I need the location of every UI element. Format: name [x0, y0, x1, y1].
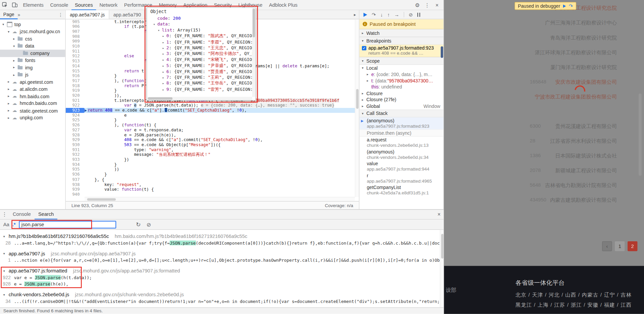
pagination-prev-button[interactable]: ‹ — [602, 241, 612, 251]
section-breakpoints[interactable]: ▾ Breakpoints — [359, 37, 443, 45]
file-tree-item-api.geetest.com[interactable]: ▸api.geetest.com — [0, 78, 65, 85]
page-scrollbar-thumb[interactable] — [639, 93, 642, 176]
callstack-frame[interactable]: getCompanyListchunk-42e5da7a.e8df31d5.js… — [359, 184, 443, 196]
close-drawer-icon[interactable]: × — [434, 211, 444, 217]
company-name-link[interactable]: 日本国际建筑设计株式会社 — [555, 153, 617, 159]
line-number[interactable]: 934 — [66, 162, 85, 167]
editor-vertical-scrollbar[interactable] — [355, 19, 359, 197]
file-tree-item-js[interactable]: ▸js — [0, 71, 65, 78]
company-name-link[interactable]: 吉林省电力勘测设计院有限公司 — [545, 183, 617, 188]
file-tree-item-company[interactable]: company — [0, 50, 65, 57]
drawer-menu-icon[interactable]: ⋮ — [0, 211, 9, 217]
step-out-icon[interactable]: ↑ — [387, 12, 390, 17]
line-number[interactable]: 920 — [66, 93, 85, 98]
clear-search-icon[interactable]: ⊘ — [147, 222, 151, 228]
company-name-link[interactable]: 湛江环球海洋工程勘察设计有限公司 — [535, 50, 617, 55]
badge-resume-icon[interactable] — [563, 4, 566, 8]
search-result-file[interactable]: ▾app.ae5a7907.js:formattedjzsc.mohurd.go… — [0, 267, 440, 274]
company-name-link[interactable]: 宁波市政工程建设集团股份有限公司 — [535, 94, 617, 100]
expander-icon[interactable]: ▾ — [158, 28, 162, 33]
search-result-file[interactable]: ▾chunk-vendors.2ebe6e0d.jsjzsc.mohurd.go… — [0, 291, 440, 298]
line-number[interactable]: 926 — [66, 123, 85, 128]
callstack-frame[interactable]: a.requestchunk-vendors.2ebe6e0d.js:13 — [359, 136, 443, 148]
line-number[interactable]: 928 — [66, 133, 85, 138]
line-number[interactable]: 919 — [66, 88, 85, 93]
expander-icon[interactable]: ▾ — [362, 66, 366, 70]
navigator-menu-icon[interactable]: ⋮ — [58, 12, 65, 17]
scrollbar-thumb[interactable] — [148, 97, 172, 100]
file-tree-item-img[interactable]: ▸img — [0, 64, 65, 71]
devtools-tab-adblock-plus[interactable]: Adblock Plus — [266, 0, 301, 10]
file-tree-item-at.alicdn.com[interactable]: ▸at.alicdn.com — [0, 85, 65, 92]
expander-icon[interactable]: ▸ — [8, 80, 12, 84]
footer-province-links-1[interactable]: 北京 / 天津 / 河北 / 山西 / 内蒙古 / 辽宁 / 吉林 — [516, 292, 632, 299]
scope-row-Closure (27fe)[interactable]: ▸Closure (27fe) — [359, 97, 443, 103]
file-tree-item-hm.baidu.com[interactable]: ▸hm.baidu.com — [0, 93, 65, 100]
drawer-tab-console[interactable]: Console — [9, 209, 35, 219]
expander-icon[interactable]: ▸ — [8, 102, 12, 105]
expander-icon[interactable]: ▸ — [367, 79, 371, 82]
file-tree-item-jzsc.mohurd.gov.cn[interactable]: ▾jzsc.mohurd.gov.cn — [0, 28, 65, 35]
callstack-frame[interactable]: rapp.ae5a7907.js:formatted:4965 — [359, 172, 443, 184]
expander-icon[interactable]: ▸ — [162, 40, 166, 45]
popup-vertical-scrollbar[interactable] — [252, 8, 256, 97]
editor-horizontal-scrollbar[interactable] — [85, 197, 355, 201]
file-tree-item-fonts[interactable]: ▸fonts — [0, 57, 65, 64]
expander-icon[interactable]: ▾ — [153, 22, 157, 27]
line-number[interactable]: 938 — [66, 182, 85, 187]
step-over-icon[interactable]: ↷ — [372, 12, 376, 17]
expander-icon[interactable]: ▾ — [2, 23, 7, 26]
devtools-tab-sources[interactable]: Sources — [71, 0, 96, 10]
company-name-link[interactable]: 广州三海海洋工程勘察设计中心 — [545, 20, 617, 26]
scope-row-t[interactable]: ▸t: {data: "95780ba09437300… — [359, 77, 443, 84]
expander-icon[interactable]: ▸ — [162, 57, 166, 62]
scope-row-Local[interactable]: ▾Local — [359, 65, 443, 71]
breakpoint-entry[interactable]: ✓ app.ae5a7907.js:formatted:923 return 4… — [359, 45, 443, 57]
pause-on-exceptions-icon[interactable] — [417, 12, 420, 16]
inspect-icon[interactable] — [0, 0, 10, 9]
scope-row-e[interactable]: ▸e: {code: 200, data: {…}, m… — [359, 71, 443, 77]
object-property-row[interactable]: ▸1: {QY_FR_NAME: "李霞", QY_REGION: " — [147, 39, 255, 45]
expander-icon[interactable]: ▸ — [13, 66, 17, 69]
drawer-tab-search[interactable]: Search — [35, 209, 58, 219]
search-result-line[interactable]: 34...(if(!r.canUseDOM||!t&&!("addEventLi… — [0, 298, 440, 305]
scope-row-this[interactable]: this: undefined — [359, 84, 443, 90]
object-property-row[interactable]: ▸4: {QY_FR_NAME: "宋晓飞", QY_REGION: — [147, 57, 255, 63]
pagination-page-2[interactable]: 2 — [628, 241, 637, 251]
line-number[interactable]: 910 — [66, 44, 85, 49]
line-number[interactable]: 937 — [66, 177, 85, 182]
line-number[interactable]: 907 — [66, 29, 85, 34]
callstack-frame[interactable]: valueapp.ae5a7907.js:formatted:944 — [359, 160, 443, 172]
drawer-scrollbar[interactable] — [440, 230, 444, 307]
scrollbar-thumb[interactable] — [87, 198, 116, 200]
file-tree-item-hmcdn.baidu.com[interactable]: ▸hmcdn.baidu.com — [0, 100, 65, 107]
object-property-row[interactable]: ▾data: — [147, 21, 255, 27]
company-name-link[interactable]: 江苏省苏州水利设计有限公司 — [550, 138, 617, 144]
editor-tab-app.ae5a790[interactable]: app.ae5a790 — [109, 10, 145, 19]
object-property-row[interactable]: ▸7: {QY_FR_NAME: "王莉", QY_REGION: " — [147, 74, 255, 80]
refresh-search-icon[interactable]: ↻ — [136, 221, 141, 228]
expander-icon[interactable]: ▸ — [8, 95, 12, 98]
line-number[interactable]: 906 — [66, 24, 85, 29]
step-icon[interactable]: → — [394, 12, 399, 17]
expander-icon[interactable]: ▸ — [162, 51, 166, 56]
line-number[interactable]: 925 — [66, 118, 85, 123]
more-navigator-tabs-icon[interactable]: » — [17, 12, 20, 17]
file-tree-item-static.geetest.com[interactable]: ▸static.geetest.com — [0, 107, 65, 114]
expander-icon[interactable]: ▸ — [367, 72, 371, 76]
line-number[interactable]: 921 — [66, 98, 85, 103]
search-result-line[interactable]: 928e = JSON.parse(h(e)), — [0, 281, 440, 288]
badge-step-icon[interactable]: ↷ — [569, 3, 573, 9]
expander-icon[interactable]: ▸ — [8, 116, 12, 120]
expander-icon[interactable]: ▸ — [8, 109, 12, 113]
file-tree-item-data[interactable]: ▾data — [0, 43, 65, 50]
callstack-frame[interactable]: (anonymous)app.ae5a7907.js:formatted:923 — [359, 117, 443, 129]
company-name-link[interactable]: 贵州花溪建设工程有限公司 — [555, 124, 617, 129]
line-number[interactable]: 918 — [66, 83, 85, 88]
object-property-row[interactable]: ▸0: {QY_FR_NAME: "陈武杰", QY_REGION: " — [147, 33, 255, 39]
line-number[interactable]: 908 — [66, 34, 85, 39]
object-property-row[interactable]: ▸9: {QY_FR_NAME: "雷芳", QY_REGION: " — [147, 86, 255, 92]
expander-icon[interactable]: ▸ — [8, 87, 12, 91]
expander-icon[interactable]: ▸ — [362, 91, 366, 95]
expander-icon[interactable]: ▸ — [162, 46, 166, 51]
